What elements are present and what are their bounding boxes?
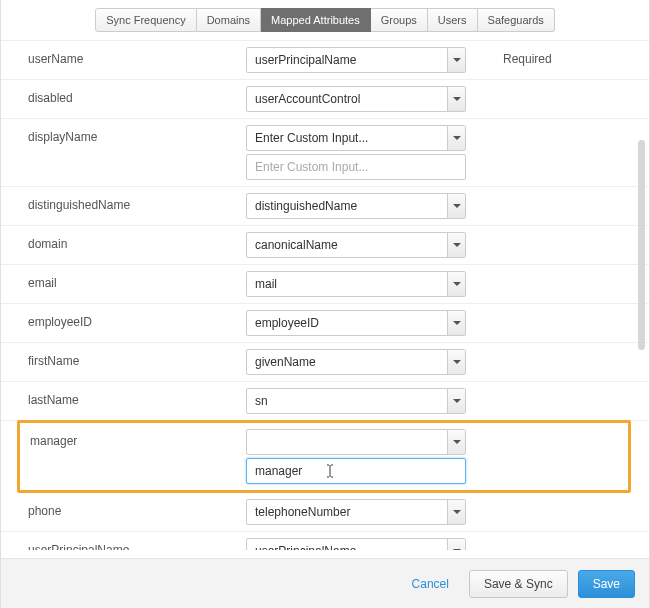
attribute-label: phone [1,493,246,518]
attribute-field: mail [246,265,491,303]
footer: Cancel Save & Sync Save [1,558,649,608]
attribute-label: employeeID [1,304,246,329]
save-sync-button[interactable]: Save & Sync [469,570,568,598]
required-label [491,80,649,91]
attribute-field: employeeID [246,304,491,342]
chevron-down-icon[interactable] [447,126,465,150]
select-value: Enter Custom Input... [247,131,447,145]
attribute-select[interactable]: userPrincipalName [246,538,466,550]
attribute-rows: userNameuserPrincipalNameRequireddisable… [1,40,649,550]
attribute-label: displayName [1,119,246,144]
required-label [491,343,649,354]
attribute-select[interactable]: canonicalName [246,232,466,258]
chevron-down-icon[interactable] [447,539,465,550]
cancel-button[interactable]: Cancel [402,571,459,597]
attribute-select[interactable] [246,429,466,455]
chevron-down-icon[interactable] [447,350,465,374]
chevron-down-icon[interactable] [447,430,465,454]
required-label [491,119,649,130]
attribute-label: userPrincipalName [1,532,246,550]
chevron-down-icon[interactable] [447,389,465,413]
attribute-label: manager [20,423,246,448]
select-value: userPrincipalName [247,544,447,550]
required-label [491,382,649,393]
chevron-down-icon[interactable] [447,233,465,257]
attribute-row: disableduserAccountControl [1,80,649,119]
attribute-field: telephoneNumber [246,493,491,531]
required-label [491,226,649,237]
chevron-down-icon[interactable] [447,87,465,111]
required-label: Required [491,41,649,66]
chevron-down-icon[interactable] [447,272,465,296]
chevron-down-icon[interactable] [447,311,465,335]
attribute-row: emailmail [1,265,649,304]
attribute-field: userPrincipalName [246,532,491,550]
attribute-label: userName [1,41,246,66]
custom-attribute-input[interactable] [246,154,466,180]
chevron-down-icon[interactable] [447,500,465,524]
attribute-select[interactable]: givenName [246,349,466,375]
attribute-select[interactable]: sn [246,388,466,414]
tab-groups[interactable]: Groups [371,8,428,32]
attribute-row: employeeIDemployeeID [1,304,649,343]
attribute-field: Enter Custom Input... [246,119,491,186]
attribute-select[interactable]: distinguishedName [246,193,466,219]
chevron-down-icon[interactable] [447,194,465,218]
tab-mapped-attributes[interactable]: Mapped Attributes [261,8,371,32]
attribute-row: userPrincipalNameuserPrincipalName [1,532,649,550]
required-label [491,423,628,434]
attribute-row: displayNameEnter Custom Input... [1,119,649,187]
attribute-select[interactable]: employeeID [246,310,466,336]
attribute-row: phonetelephoneNumber [1,493,649,532]
required-label [491,187,649,198]
attribute-field: userPrincipalName [246,41,491,79]
select-value: sn [247,394,447,408]
required-label [491,304,649,315]
tab-sync-frequency[interactable]: Sync Frequency [95,8,196,32]
attribute-row: lastNamesn [1,382,649,421]
select-value: employeeID [247,316,447,330]
save-button[interactable]: Save [578,570,635,598]
attribute-label: domain [1,226,246,251]
attribute-select[interactable]: mail [246,271,466,297]
attribute-row: userNameuserPrincipalNameRequired [1,41,649,80]
attribute-label: firstName [1,343,246,368]
select-value: telephoneNumber [247,505,447,519]
select-value: canonicalName [247,238,447,252]
attribute-field: sn [246,382,491,420]
scrollbar[interactable] [638,140,645,350]
chevron-down-icon[interactable] [447,48,465,72]
attribute-select[interactable]: telephoneNumber [246,499,466,525]
attribute-select[interactable]: userPrincipalName [246,47,466,73]
required-label [491,265,649,276]
attribute-field: userAccountControl [246,80,491,118]
select-value: mail [247,277,447,291]
tab-domains[interactable]: Domains [197,8,261,32]
attribute-field: givenName [246,343,491,381]
attribute-row: manager [17,420,631,493]
tab-safeguards[interactable]: Safeguards [478,8,555,32]
custom-attribute-input[interactable] [246,458,466,484]
tabs-bar: Sync FrequencyDomainsMapped AttributesGr… [1,0,649,40]
select-value: userPrincipalName [247,53,447,67]
attribute-label: disabled [1,80,246,105]
attribute-label: email [1,265,246,290]
attribute-row: distinguishedNamedistinguishedName [1,187,649,226]
attribute-select[interactable]: Enter Custom Input... [246,125,466,151]
required-label [491,532,649,543]
attribute-label: distinguishedName [1,187,246,212]
attribute-field: canonicalName [246,226,491,264]
select-value: userAccountControl [247,92,447,106]
attribute-field [246,423,491,490]
attribute-select[interactable]: userAccountControl [246,86,466,112]
required-label [491,493,649,504]
attribute-field: distinguishedName [246,187,491,225]
select-value: distinguishedName [247,199,447,213]
attribute-row: firstNamegivenName [1,343,649,382]
attribute-row: domaincanonicalName [1,226,649,265]
select-value: givenName [247,355,447,369]
attribute-label: lastName [1,382,246,407]
tab-users[interactable]: Users [428,8,478,32]
